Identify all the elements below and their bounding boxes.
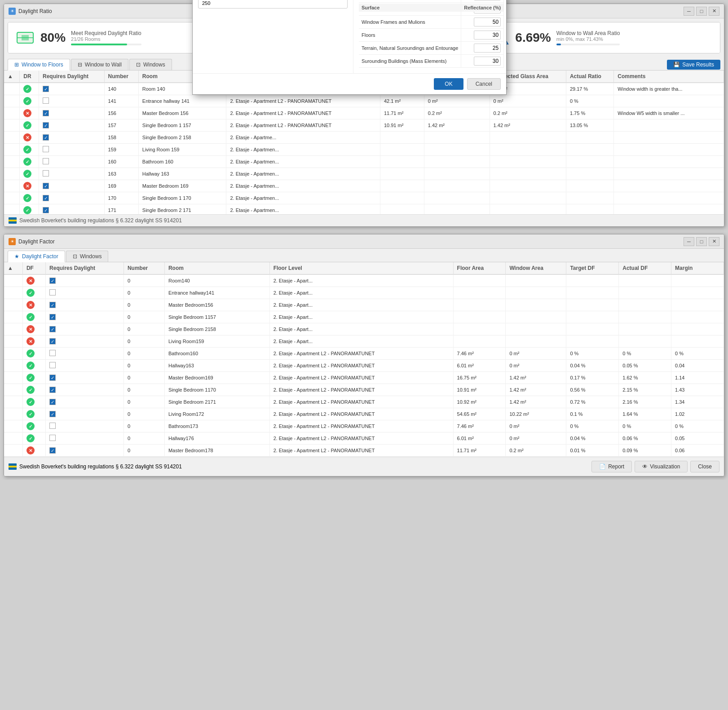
th2-room[interactable]: Room xyxy=(164,262,269,274)
rf-input[interactable] xyxy=(474,31,501,40)
rf-input[interactable] xyxy=(474,44,501,53)
cell2-requires[interactable] xyxy=(46,360,124,372)
th-ratio[interactable]: Actual Ratio xyxy=(566,71,613,83)
cell-requires[interactable] xyxy=(39,156,105,168)
cell2-requires[interactable] xyxy=(46,348,124,360)
table-row[interactable]: ✓ ✓ 157 Single Bedroom 1 157 2. Etasje -… xyxy=(4,119,724,132)
maximize-btn-1[interactable]: □ xyxy=(696,7,707,16)
table-row[interactable]: ✕ ✓ 169 Master Bedroom 169 2. Etasje - A… xyxy=(4,180,724,192)
cell2-requires[interactable]: ✓ xyxy=(46,274,124,287)
cell2-requires[interactable]: ✓ xyxy=(46,445,124,457)
minimize-btn-2[interactable]: ─ xyxy=(684,237,694,246)
table-row[interactable]: ✓ 159 Living Room 159 2. Etasje - Apartm… xyxy=(4,144,724,156)
rf-surface: Floors xyxy=(359,29,461,42)
th2-targetdf[interactable]: Target DF xyxy=(566,262,619,274)
th2-df[interactable]: DF xyxy=(22,262,45,274)
table-row-2[interactable]: ✕ ✓ 0 Master Bedroom178 2. Etasje - Apar… xyxy=(4,445,724,457)
table-row[interactable]: ✕ ✓ 158 Single Bedroom 2 158 2. Etasje -… xyxy=(4,132,724,144)
th2-winarea[interactable]: Window Area xyxy=(506,262,566,274)
table-row[interactable]: ✕ ✓ 156 Master Bedroom 156 2. Etasje - A… xyxy=(4,107,724,119)
th-num[interactable]: Number xyxy=(104,71,138,83)
table-row-2[interactable]: ✓ ✓ 0 Single Bedroom 1170 2. Etasje - Ap… xyxy=(4,384,724,396)
cell2-requires[interactable]: ✓ xyxy=(46,408,124,420)
cell-requires[interactable]: ✓ xyxy=(39,107,105,119)
settings-cancel-btn[interactable]: Cancel xyxy=(467,78,501,90)
rf-value[interactable] xyxy=(461,16,504,29)
close-btn-1[interactable]: ✕ xyxy=(709,7,719,16)
cell2-requires[interactable]: ✓ xyxy=(46,372,124,384)
th-req[interactable]: Requires Daylight xyxy=(39,71,105,83)
cell-actualglass: 1.42 m² xyxy=(424,119,490,132)
table-row[interactable]: ✓ 163 Hallway 163 2. Etasje - Apartmen..… xyxy=(4,168,724,180)
cell2-requires[interactable]: ✓ xyxy=(46,384,124,396)
cell-requires[interactable] xyxy=(39,144,105,156)
table-row[interactable]: ✓ 141 Entrance hallway 141 2. Etasje - A… xyxy=(4,95,724,107)
minimize-btn-1[interactable]: ─ xyxy=(684,7,694,16)
table-row-2[interactable]: ✕ ✓ 0 Single Bedroom 2158 2. Etasje - Ap… xyxy=(4,323,724,335)
table-row-2[interactable]: ✓ 0 Entrance hallway141 2. Etasje - Apar… xyxy=(4,287,724,299)
th2-actualdf[interactable]: Actual DF xyxy=(619,262,671,274)
cell-requires[interactable]: ✓ xyxy=(39,119,105,132)
dist-input[interactable] xyxy=(198,0,348,9)
cell-requires[interactable] xyxy=(39,168,105,180)
cell2-requires[interactable]: ✓ xyxy=(46,396,124,408)
tab-windows-2[interactable]: ⊡ Windows xyxy=(66,251,109,262)
save-results-button[interactable]: 💾 Save Results xyxy=(667,60,720,70)
cell2-requires[interactable]: ✓ xyxy=(46,335,124,348)
rf-input[interactable] xyxy=(474,18,501,26)
table-row-2[interactable]: ✓ 0 Bathroom173 2. Etasje - Apartment L2… xyxy=(4,420,724,432)
visualization-btn[interactable]: 👁 Visualization xyxy=(635,461,688,472)
table-row-2[interactable]: ✕ ✓ 0 Room140 2. Etasje - Apart... xyxy=(4,274,724,287)
th-comments[interactable]: Comments xyxy=(614,71,724,83)
cell-requires[interactable]: ✓ xyxy=(39,180,105,192)
close-btn-2[interactable]: ✕ xyxy=(709,237,719,246)
cell2-requires[interactable] xyxy=(46,287,124,299)
table-row-2[interactable]: ✕ ✓ 0 Living Room159 2. Etasje - Apart..… xyxy=(4,335,724,348)
settings-ok-btn[interactable]: OK xyxy=(434,78,463,90)
cell-requires[interactable]: ✓ xyxy=(39,192,105,204)
table-row-2[interactable]: ✓ ✓ 0 Single Bedroom 1157 2. Etasje - Ap… xyxy=(4,311,724,323)
sort-col[interactable]: ▲ xyxy=(4,71,20,83)
table-row-2[interactable]: ✓ ✓ 0 Single Bedroom 2171 2. Etasje - Ap… xyxy=(4,396,724,408)
th-dr[interactable]: DR xyxy=(20,71,39,83)
cell2-requires[interactable] xyxy=(46,420,124,432)
table-row-2[interactable]: ✓ 0 Hallway163 2. Etasje - Apartment L2 … xyxy=(4,360,724,372)
close-btn-action[interactable]: Close xyxy=(690,461,719,472)
table-row-2[interactable]: ✓ ✓ 0 Living Room172 2. Etasje - Apartme… xyxy=(4,408,724,420)
rf-value[interactable] xyxy=(461,42,504,55)
cell2-room: Living Room159 xyxy=(164,335,269,348)
rf-value[interactable] xyxy=(461,29,504,42)
tab-windows[interactable]: ⊡ Windows xyxy=(129,59,172,70)
table-row[interactable]: ✓ ✓ 170 Single Bedroom 1 170 2. Etasje -… xyxy=(4,192,724,204)
table-row[interactable]: ✓ 160 Bathroom 160 2. Etasje - Apartmen.… xyxy=(4,156,724,168)
title-bar-2: ☀ Daylight Factor ─ □ ✕ xyxy=(4,234,724,249)
table-row[interactable]: ✓ ✓ 171 Single Bedroom 2 171 2. Etasje -… xyxy=(4,204,724,215)
cell-requires[interactable] xyxy=(39,95,105,107)
table-container-2[interactable]: ▲ DF Requires Daylight Number Room Floor… xyxy=(4,262,724,457)
table-row-2[interactable]: ✓ ✓ 0 Master Bedroom169 2. Etasje - Apar… xyxy=(4,372,724,384)
table-row-2[interactable]: ✓ 0 Hallway176 2. Etasje - Apartment L2 … xyxy=(4,432,724,445)
cell-requires[interactable]: ✓ xyxy=(39,204,105,215)
cell-requires[interactable]: ✓ xyxy=(39,132,105,144)
rf-value[interactable] xyxy=(461,55,504,68)
tab-window-to-floors[interactable]: ⊞ Window to Floors xyxy=(8,59,70,71)
cell2-requires[interactable] xyxy=(46,432,124,445)
tab-daylight-factor[interactable]: ★ Daylight Factor xyxy=(8,251,65,262)
tab-window-to-wall[interactable]: ⊟ Window to Wall xyxy=(71,59,128,70)
rf-input[interactable] xyxy=(474,0,501,0)
maximize-btn-2[interactable]: □ xyxy=(696,237,707,246)
th2-floorarea[interactable]: Floor Area xyxy=(453,262,506,274)
report-btn[interactable]: 📄 Report xyxy=(591,461,632,472)
th2-req[interactable]: Requires Daylight xyxy=(46,262,124,274)
th2-margin[interactable]: Margin xyxy=(671,262,724,274)
cell-requires[interactable]: ✓ xyxy=(39,83,105,95)
cell2-requires[interactable]: ✓ xyxy=(46,311,124,323)
cell2-requires[interactable]: ✓ xyxy=(46,323,124,335)
th2-num[interactable]: Number xyxy=(124,262,164,274)
th2-floor[interactable]: Floor Level xyxy=(269,262,453,274)
sort-col-2[interactable]: ▲ xyxy=(4,262,22,274)
cell2-requires[interactable]: ✓ xyxy=(46,299,124,311)
table-row-2[interactable]: ✕ ✓ 0 Master Bedroom156 2. Etasje - Apar… xyxy=(4,299,724,311)
rf-input[interactable] xyxy=(474,57,501,66)
table-row-2[interactable]: ✓ 0 Bathroom160 2. Etasje - Apartment L2… xyxy=(4,348,724,360)
